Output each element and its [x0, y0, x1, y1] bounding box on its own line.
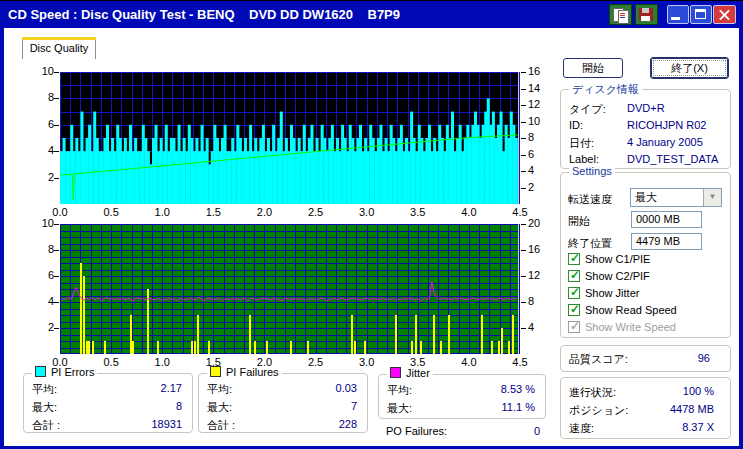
exit-button[interactable]: 終了(X): [650, 57, 729, 79]
pi-errors-total-value: 18931: [151, 418, 182, 430]
po-failures-row: PO Failures: 0: [386, 425, 540, 440]
axis-tick-label: 10: [30, 217, 54, 229]
pi-errors-max-value: 8: [176, 400, 182, 412]
po-failures-value: 0: [534, 425, 540, 437]
axis-tick: [521, 89, 526, 90]
axis-tick-label: 6: [30, 118, 54, 130]
axis-tick-label: 20: [528, 217, 554, 229]
start-button[interactable]: 開始: [563, 58, 623, 78]
speed-label: 速度:: [569, 421, 594, 436]
pi-failures-max-value: 7: [351, 400, 357, 412]
checkbox-icon: [568, 304, 580, 316]
axis-tick-label: 3.0: [355, 206, 379, 218]
axis-tick-label: 12: [528, 269, 554, 281]
checkbox-icon: [568, 321, 580, 333]
axis-tick: [54, 151, 59, 152]
disc-label-label: Label:: [569, 153, 599, 165]
pi-errors-caption: PI Errors: [32, 366, 97, 378]
axis-tick-label: 4.0: [457, 356, 481, 368]
disc-id-label: ID:: [569, 119, 583, 131]
transfer-speed-select[interactable]: 最大 ▼: [630, 188, 722, 207]
start-position-input[interactable]: 0000 MB: [631, 211, 702, 228]
window-title: CD Speed : Disc Quality Test - BENQ DVD …: [8, 7, 400, 22]
po-failures-label: PO Failures:: [386, 425, 447, 437]
axis-tick-label: 4.0: [457, 206, 481, 218]
minimize-icon: [671, 17, 680, 20]
close-button[interactable]: [713, 5, 736, 24]
maximize-button[interactable]: [690, 5, 712, 24]
pi-errors-avg-label: 平均:: [32, 382, 57, 397]
chevron-down-icon[interactable]: ▼: [703, 189, 721, 206]
axis-tick-label: 8: [528, 131, 554, 143]
pi-failures-avg-label: 平均:: [207, 382, 232, 397]
axis-tick: [521, 224, 526, 225]
axis-tick-label: 1.0: [150, 356, 174, 368]
end-position-label: 終了位置: [568, 236, 612, 251]
axis-tick-label: 4.5: [508, 356, 532, 368]
pi-failures-avg-value: 0.03: [336, 382, 357, 394]
axis-tick-label: 0.5: [99, 206, 123, 218]
axis-tick-label: 4: [30, 144, 54, 156]
checkbox-icon: [568, 287, 580, 299]
pi-errors-speed-chart: [60, 72, 520, 204]
axis-tick: [54, 224, 59, 225]
floppy-disk-icon: [639, 8, 653, 21]
progress-value: 100 %: [683, 385, 714, 397]
position-label: ポジション:: [569, 403, 628, 418]
progress-group: 進行状況:100 % ポジション:4478 MB 速度:8.37 X: [560, 377, 731, 439]
axis-tick: [521, 302, 526, 303]
disc-type-value: DVD+R: [627, 102, 665, 114]
axis-tick-label: 16: [528, 243, 554, 255]
quality-score-label: 品質スコア:: [569, 352, 628, 367]
app-window: CD Speed : Disc Quality Test - BENQ DVD …: [0, 0, 743, 449]
jitter-max-value: 11.1 %: [502, 401, 535, 413]
save-button[interactable]: [635, 4, 658, 25]
axis-tick-label: 2.0: [252, 206, 276, 218]
axis-tick: [521, 250, 526, 251]
axis-tick-label: 2: [30, 321, 54, 333]
disc-info-group: ディスク情報 タイプ:DVD+R ID:RICOHJPN R02 日付:4 Ja…: [560, 89, 731, 169]
axis-tick-label: 2.5: [304, 206, 328, 218]
minimize-button[interactable]: [667, 5, 689, 24]
jitter-caption: Jitter: [387, 367, 433, 379]
pi-errors-avg-value: 2.17: [161, 382, 182, 394]
pi-failures-jitter-chart: [60, 224, 520, 354]
axis-tick-label: 14: [528, 82, 554, 94]
jitter-avg-value: 8.53 %: [501, 383, 535, 395]
pi-errors-group: PI Errors 平均:2.17 最大:8 合計 :18931: [23, 373, 193, 433]
jitter-group: Jitter 平均:8.53 % 最大:11.1 %: [378, 374, 546, 419]
axis-tick-label: 4: [528, 164, 554, 176]
axis-tick-label: 4: [30, 295, 54, 307]
axis-tick-label: 3.5: [406, 206, 430, 218]
axis-tick-label: 1.0: [150, 206, 174, 218]
copy-to-clipboard-button[interactable]: [609, 4, 632, 25]
axis-tick: [521, 276, 526, 277]
tab-label: Disc Quality: [30, 42, 89, 54]
axis-tick-label: 6: [528, 148, 554, 160]
quality-score-group: 品質スコア: 96: [560, 345, 731, 372]
axis-tick: [521, 122, 526, 123]
jitter-max-label: 最大:: [387, 401, 412, 416]
tab-disc-quality[interactable]: Disc Quality: [22, 37, 96, 59]
jitter-swatch-icon: [390, 367, 401, 378]
speed-value: 8.37 X: [682, 421, 714, 433]
axis-tick: [54, 250, 59, 251]
axis-tick-label: 6: [30, 269, 54, 281]
disc-info-caption: ディスク情報: [569, 82, 642, 97]
axis-tick: [54, 302, 59, 303]
axis-tick-label: 16: [528, 65, 554, 77]
checkbox-icon: [568, 270, 580, 282]
position-value: 4478 MB: [670, 403, 714, 415]
axis-tick-label: 10: [528, 115, 554, 127]
axis-tick: [521, 155, 526, 156]
transfer-speed-label: 転送速度: [568, 192, 612, 207]
quality-score-value: 96: [698, 352, 710, 364]
axis-tick-label: 3.0: [355, 356, 379, 368]
axis-tick-label: 2: [528, 181, 554, 193]
axis-tick: [54, 328, 59, 329]
pi-failures-total-value: 228: [339, 418, 357, 430]
end-position-input[interactable]: 4479 MB: [631, 233, 702, 250]
title-bar[interactable]: CD Speed : Disc Quality Test - BENQ DVD …: [0, 1, 743, 28]
axis-tick-label: 12: [528, 98, 554, 110]
pi-failures-swatch-icon: [210, 366, 221, 377]
